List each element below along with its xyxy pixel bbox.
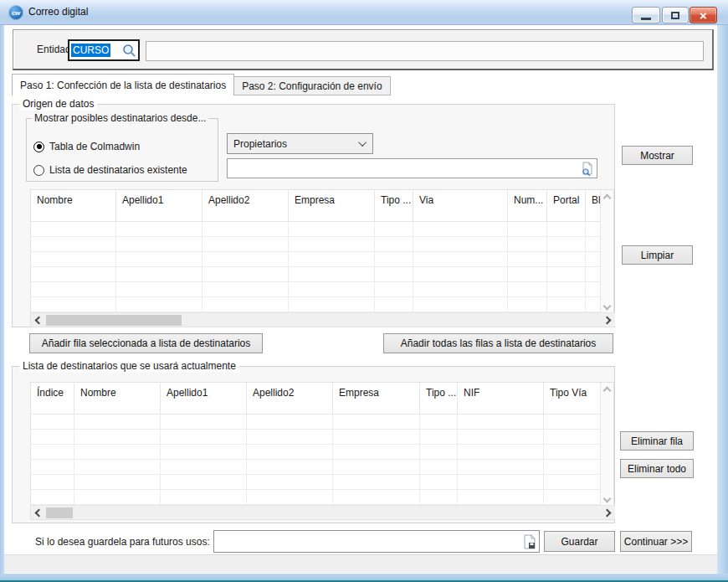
- column-header: Apellido1: [161, 383, 247, 414]
- lista-destinatarios-group: Lista de destinatarios que se usará actu…: [12, 366, 615, 523]
- vertical-scrollbar[interactable]: [600, 190, 613, 314]
- scroll-left-icon[interactable]: [35, 509, 44, 518]
- radio-lista-existente[interactable]: Lista de destinatarios existente: [33, 164, 187, 176]
- step-tabs: Paso 1: Confección de la lista de destin…: [12, 74, 391, 95]
- column-header: Num...: [508, 190, 547, 221]
- maximize-icon: [671, 12, 679, 19]
- column-header: Índice: [31, 383, 74, 414]
- table-select-dropdown[interactable]: Propietarios: [227, 133, 373, 154]
- search-icon[interactable]: [122, 44, 136, 58]
- close-button[interactable]: ×: [690, 7, 717, 23]
- candidates-table-body[interactable]: [31, 222, 600, 314]
- save-list-input[interactable]: [213, 530, 540, 553]
- origen-de-datos-group: Origen de datos Mostrar posibles destina…: [12, 104, 615, 327]
- window-title: Correo digital: [28, 6, 88, 18]
- vertical-scrollbar[interactable]: [600, 383, 613, 507]
- scrollbar-thumb[interactable]: [46, 315, 182, 326]
- scroll-down-icon[interactable]: [603, 495, 612, 503]
- mostrar-button[interactable]: Mostrar: [622, 146, 693, 165]
- tab-paso1[interactable]: Paso 1: Confección de la lista de destin…: [12, 74, 234, 95]
- bottom-band: [4, 554, 717, 573]
- recipients-table-header: Índice Nombre Apellido1 Apellido2 Empres…: [31, 383, 600, 415]
- continuar-button[interactable]: Continuar >>>: [620, 531, 692, 552]
- column-header: Nombre: [31, 190, 116, 221]
- entity-value: CURSO: [71, 44, 110, 57]
- dropdown-value: Propietarios: [233, 138, 287, 150]
- radio-selected-icon: [33, 142, 44, 152]
- radio-tabla-label: Tabla de Colmadwin: [49, 141, 140, 152]
- entity-panel: Entidad: CURSO: [13, 29, 714, 70]
- horizontal-scrollbar[interactable]: [31, 505, 615, 519]
- lista-group-title: Lista de destinatarios que se usará actu…: [19, 360, 239, 373]
- column-header: Bl: [586, 190, 600, 221]
- scroll-right-icon[interactable]: [603, 509, 612, 518]
- minimize-icon: [641, 18, 651, 20]
- column-header: Apellido2: [203, 190, 289, 221]
- save-file-icon[interactable]: [524, 534, 536, 549]
- horizontal-scrollbar[interactable]: [31, 312, 615, 327]
- origen-group-title: Origen de datos: [19, 98, 97, 111]
- scrollbar-thumb[interactable]: [46, 507, 73, 518]
- add-selected-row-button[interactable]: Añadir fila seleccionada a lista de dest…: [29, 333, 263, 353]
- add-all-rows-button[interactable]: Añadir todas las filas a lista de destin…: [383, 333, 613, 353]
- close-icon: ×: [700, 9, 707, 22]
- column-header: Tipo ...: [420, 383, 458, 414]
- candidates-table: Nombre Apellido1 Apellido2 Empresa Tipo …: [30, 189, 614, 327]
- radio-unselected-icon: [33, 165, 44, 176]
- guardar-button[interactable]: Guardar: [544, 531, 615, 552]
- scroll-up-icon[interactable]: [603, 194, 612, 203]
- chevron-down-icon: [358, 138, 367, 147]
- radio-lista-label: Lista de destinatarios existente: [49, 164, 187, 176]
- column-header: Empresa: [289, 190, 375, 221]
- column-header: Tipo Vía: [544, 383, 600, 414]
- scroll-up-icon[interactable]: [603, 387, 612, 395]
- column-header: Portal: [547, 190, 586, 221]
- maximize-button[interactable]: [662, 7, 689, 23]
- browse-file-search-icon[interactable]: [582, 162, 593, 176]
- scroll-right-icon[interactable]: [603, 317, 612, 325]
- column-header: Empresa: [333, 383, 420, 414]
- entity-description-field: [146, 41, 704, 61]
- window-border-right: [717, 25, 728, 574]
- eliminar-fila-button[interactable]: Eliminar fila: [620, 431, 694, 451]
- entity-input[interactable]: CURSO: [68, 39, 140, 61]
- radio-tabla-colmadwin[interactable]: Tabla de Colmadwin: [33, 141, 140, 152]
- eliminar-todo-button[interactable]: Eliminar todo: [620, 459, 694, 478]
- candidates-table-header: Nombre Apellido1 Apellido2 Empresa Tipo …: [31, 190, 600, 222]
- column-header: Via: [413, 190, 508, 221]
- limpiar-button[interactable]: Limpiar: [622, 245, 693, 265]
- app-logo-icon: cw: [8, 5, 23, 20]
- scroll-left-icon[interactable]: [35, 317, 44, 325]
- column-header: Tipo ...: [375, 190, 413, 221]
- minimize-button[interactable]: [632, 7, 660, 23]
- correo-digital-window: cw Correo digital × Entidad: CURSO: [0, 0, 728, 582]
- client-area: Entidad: CURSO Paso 1: Confección de la …: [4, 25, 717, 574]
- column-header: Nombre: [74, 383, 161, 414]
- recipients-table: Índice Nombre Apellido1 Apellido2 Empres…: [30, 382, 614, 520]
- recipients-table-body[interactable]: [31, 415, 600, 507]
- column-header: NIF: [458, 383, 544, 414]
- scroll-down-icon[interactable]: [603, 302, 612, 311]
- destinatarios-file-field[interactable]: [227, 158, 597, 178]
- source-radio-group: Mostrar posibles destinatarios desde... …: [26, 118, 218, 182]
- save-list-label: Si lo desea guardela para futuros usos:: [35, 536, 210, 548]
- title-bar[interactable]: cw Correo digital ×: [0, 0, 728, 25]
- source-group-title: Mostrar posibles destinatarios desde...: [32, 112, 208, 124]
- column-header: Apellido2: [247, 383, 333, 414]
- column-header: Apellido1: [116, 190, 203, 221]
- tab-paso2[interactable]: Paso 2: Configuración de envío: [233, 76, 390, 95]
